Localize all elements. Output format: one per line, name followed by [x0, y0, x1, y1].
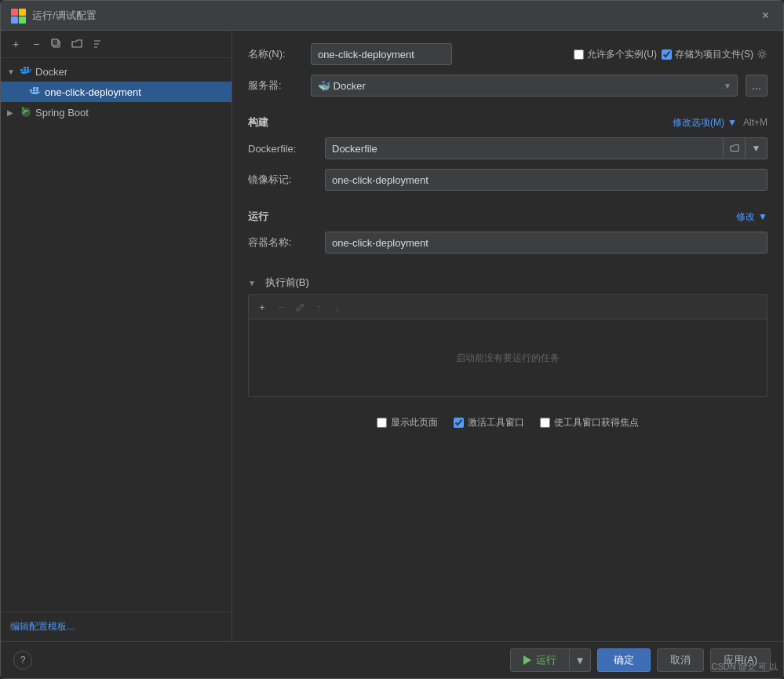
expand-arrow-docker: ▼ — [7, 68, 16, 76]
tree-area: ▼ Docker ▶ — [1, 58, 232, 611]
svg-rect-11 — [27, 69, 29, 71]
before-exec-title: ▼ 执行前(B) — [248, 276, 309, 290]
run-section-title: 运行 — [248, 210, 268, 224]
before-exec-up-button[interactable]: ↑ — [310, 298, 327, 316]
copy-icon — [51, 38, 62, 49]
run-debug-dialog: 运行/调试配置 × + − — [0, 0, 784, 679]
server-label: 服务器: — [248, 78, 303, 93]
build-section-title: 构建 — [248, 115, 268, 130]
edit-icon — [295, 302, 305, 312]
before-exec-down-button[interactable]: ↓ — [329, 298, 346, 316]
name-label: 名称(N): — [248, 47, 303, 61]
svg-point-20 — [760, 53, 764, 57]
before-exec-add-button[interactable]: + — [253, 298, 271, 316]
svg-rect-15 — [33, 89, 35, 92]
docker-deployment-icon — [29, 86, 42, 98]
before-exec-edit-button[interactable] — [291, 298, 308, 316]
bottom-checkboxes: 显示此页面 激活工具窗口 使工具窗口获得焦点 — [248, 416, 768, 429]
sort-icon — [93, 38, 102, 49]
before-exec-toolbar: + − ↑ ↓ — [248, 294, 768, 319]
svg-rect-2 — [11, 16, 18, 24]
focus-tool-checkbox-label: 使工具窗口获得焦点 — [540, 416, 639, 429]
dockerfile-input-wrap: ▼ — [325, 137, 768, 159]
save-to-file-checkbox[interactable] — [662, 49, 672, 60]
svg-rect-9 — [20, 69, 23, 71]
arrow-annotation: + − ↑ ↓ — [248, 294, 768, 319]
add-config-button[interactable]: + — [7, 35, 24, 53]
run-modify-action[interactable]: 修改 ▼ — [736, 210, 768, 224]
show-page-checkbox[interactable] — [377, 418, 387, 428]
svg-rect-12 — [24, 67, 26, 69]
copy-config-button[interactable] — [48, 35, 65, 53]
server-select-wrap: 🐳 Docker ▼ — [311, 75, 738, 97]
build-section-header: 构建 修改选项(M) ▼ Alt+M — [248, 115, 768, 130]
left-bottom: 编辑配置模板... — [1, 611, 232, 641]
svg-rect-3 — [19, 16, 26, 24]
name-row: 名称(N): 允许多个实例(U) 存储为项目文件(S) — [248, 43, 768, 65]
cancel-button[interactable]: 取消 — [657, 648, 704, 672]
dialog-bottom-bar: ? 运行 ▼ 确定 取消 应用(A) — [1, 641, 783, 678]
show-page-checkbox-label: 显示此页面 — [377, 416, 438, 429]
server-more-button[interactable]: ... — [746, 75, 768, 97]
close-button[interactable]: × — [757, 7, 774, 24]
svg-rect-1 — [19, 9, 26, 16]
svg-rect-16 — [36, 89, 38, 92]
dockerfile-label: Dockerfile: — [248, 143, 317, 155]
image-input[interactable] — [325, 169, 768, 191]
run-button[interactable]: 运行 — [510, 648, 570, 672]
main-content: + − — [1, 31, 783, 641]
run-dropdown-button[interactable]: ▼ — [570, 648, 590, 672]
dockerfile-browse-button[interactable] — [724, 137, 746, 159]
springboot-group-label: Spring Boot — [35, 107, 89, 119]
image-label: 镜像标记: — [248, 173, 317, 187]
run-dropdown-arrow: ▼ — [574, 655, 585, 666]
allow-multiple-checkbox[interactable] — [574, 49, 584, 60]
svg-marker-24 — [523, 655, 531, 665]
springboot-icon — [20, 106, 32, 119]
gear-icon — [757, 49, 768, 60]
left-toolbar: + − — [1, 31, 232, 58]
folder-config-button[interactable] — [68, 35, 86, 53]
focus-tool-checkbox[interactable] — [540, 418, 550, 428]
left-panel: + − — [1, 31, 232, 641]
svg-rect-13 — [27, 67, 29, 69]
dockerfile-dropdown-arrow: ▼ — [752, 143, 761, 154]
run-icon — [523, 655, 531, 665]
tree-group-docker[interactable]: ▼ Docker — [1, 61, 232, 82]
dockerfile-dropdown-button[interactable]: ▼ — [746, 137, 768, 159]
confirm-button[interactable]: 确定 — [597, 648, 651, 672]
right-panel: 名称(N): 允许多个实例(U) 存储为项目文件(S) — [232, 31, 783, 641]
docker-deployment-label: one-click-deployment — [45, 86, 141, 98]
ide-icon — [10, 8, 26, 24]
help-button[interactable]: ? — [13, 651, 32, 670]
dockerfile-row: Dockerfile: ▼ — [248, 137, 768, 159]
svg-rect-10 — [24, 69, 26, 71]
svg-rect-0 — [11, 9, 18, 16]
svg-rect-17 — [33, 87, 35, 89]
docker-group-label: Docker — [35, 66, 67, 78]
checkbox-area: 允许多个实例(U) 存储为项目文件(S) — [574, 48, 768, 61]
before-exec-content: 启动前没有要运行的任务 — [248, 319, 768, 397]
name-input[interactable] — [311, 43, 452, 65]
dialog-bottom-right: 运行 ▼ 确定 取消 应用(A) — [510, 648, 771, 672]
apply-button[interactable]: 应用(A) — [710, 648, 771, 672]
svg-rect-18 — [36, 87, 38, 89]
container-input[interactable] — [325, 232, 768, 254]
image-row: 镜像标记: — [248, 169, 768, 191]
edit-template-link[interactable]: 编辑配置模板... — [10, 621, 75, 632]
server-select[interactable]: 🐳 Docker — [311, 75, 738, 97]
activate-tool-checkbox[interactable] — [454, 418, 464, 428]
tree-item-docker-deployment[interactable]: ▶ one-click-deployment — [1, 82, 232, 102]
run-button-group: 运行 ▼ — [510, 648, 590, 672]
tree-group-springboot[interactable]: ▶ Spring Boot — [1, 102, 232, 122]
folder-icon — [71, 39, 82, 49]
dockerfile-input[interactable] — [325, 137, 724, 159]
title-bar: 运行/调试配置 × — [1, 1, 783, 31]
build-modify-action[interactable]: 修改选项(M) ▼ Alt+M — [673, 116, 768, 130]
remove-config-button[interactable]: − — [27, 35, 45, 53]
red-arrow-annotation — [232, 299, 234, 315]
activate-tool-checkbox-label: 激活工具窗口 — [454, 416, 524, 429]
before-exec-section: ▼ 执行前(B) — [248, 276, 768, 397]
before-exec-remove-button[interactable]: − — [272, 298, 290, 316]
sort-config-button[interactable] — [89, 35, 106, 53]
